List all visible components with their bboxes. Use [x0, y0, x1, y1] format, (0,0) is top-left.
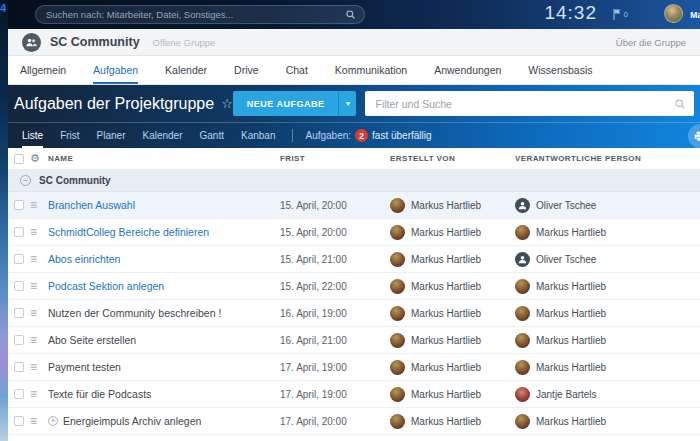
- tab-wissensbasis[interactable]: Wissensbasis: [528, 56, 592, 84]
- task-name-link[interactable]: +Texte für die Podcasts: [48, 388, 280, 400]
- tab-drive[interactable]: Drive: [234, 56, 259, 84]
- drag-handle-icon[interactable]: ≡: [30, 388, 48, 400]
- filter-search[interactable]: [365, 91, 694, 116]
- task-name-link[interactable]: +Abos einrichten: [48, 253, 280, 265]
- tab-aufgaben[interactable]: Aufgaben: [93, 56, 138, 84]
- task-creator[interactable]: Markus Hartlieb: [390, 414, 515, 429]
- task-name-link[interactable]: +Energieimpuls Archiv anlegen: [48, 415, 280, 427]
- task-creator[interactable]: Markus Hartlieb: [390, 333, 515, 348]
- col-erstellt-von[interactable]: ERSTELLT VON: [390, 154, 515, 163]
- table-row[interactable]: ≡ +Payment testen 17. April, 19:00 Marku…: [8, 354, 700, 381]
- table-row[interactable]: ≡ +Branchen Auswahl 15. April, 20:00 Mar…: [8, 192, 700, 219]
- table-row[interactable]: ≡ +Abos einrichten 15. April, 21:00 Mark…: [8, 246, 700, 273]
- task-creator[interactable]: Markus Hartlieb: [390, 279, 515, 294]
- view-planer[interactable]: Planer: [97, 123, 126, 148]
- task-due-date: 16. April, 19:00: [280, 308, 390, 319]
- task-assignee[interactable]: Markus Hartlieb: [515, 333, 700, 348]
- assignee-avatar: [515, 225, 530, 240]
- tab-allgemein[interactable]: Allgemein: [20, 56, 66, 84]
- view-kanban[interactable]: Kanban: [241, 123, 275, 148]
- select-all-checkbox[interactable]: [14, 154, 24, 164]
- row-checkbox[interactable]: [14, 308, 24, 318]
- favorite-star-icon[interactable]: ☆: [221, 96, 233, 111]
- task-name-link[interactable]: +SchmidtColleg Bereiche definieren: [48, 226, 280, 238]
- about-group-link[interactable]: Über die Gruppe: [616, 37, 686, 48]
- filter-search-input[interactable]: [375, 98, 674, 110]
- row-checkbox[interactable]: [14, 200, 24, 210]
- new-task-button[interactable]: NEUE AUFGABE: [233, 91, 339, 116]
- view-liste[interactable]: Liste: [22, 123, 43, 148]
- task-creator[interactable]: Markus Hartlieb: [390, 306, 515, 321]
- user-avatar[interactable]: [664, 4, 683, 23]
- table-row[interactable]: ≡ +Texte für die Podcasts 17. April, 19:…: [8, 381, 700, 408]
- table-row[interactable]: ≡ +SchmidtColleg Bereiche definieren 15.…: [8, 219, 700, 246]
- drag-handle-icon[interactable]: ≡: [30, 226, 48, 238]
- task-assignee[interactable]: Markus Hartlieb: [515, 279, 700, 294]
- task-due-date: 15. April, 22:00: [280, 281, 390, 292]
- global-search[interactable]: [35, 5, 365, 24]
- drag-handle-icon[interactable]: ≡: [30, 280, 48, 292]
- drag-handle-icon[interactable]: ≡: [30, 253, 48, 265]
- task-due-date: 17. April, 19:00: [280, 389, 390, 400]
- task-list: ≡ +Branchen Auswahl 15. April, 20:00 Mar…: [8, 192, 700, 441]
- table-row[interactable]: ≡ +Abo Seite erstellen 16. April, 21:00 …: [8, 327, 700, 354]
- row-checkbox[interactable]: [14, 254, 24, 264]
- row-checkbox[interactable]: [14, 389, 24, 399]
- task-name-link[interactable]: +Branchen Auswahl: [48, 199, 280, 211]
- notifications[interactable]: 0: [613, 9, 628, 20]
- task-name-link[interactable]: +Payment testen: [48, 361, 280, 373]
- row-checkbox[interactable]: [14, 335, 24, 345]
- task-assignee[interactable]: Markus Hartlieb: [515, 306, 700, 321]
- view-gantt[interactable]: Gantt: [200, 123, 224, 148]
- task-creator[interactable]: Markus Hartlieb: [390, 387, 515, 402]
- new-task-dropdown[interactable]: ▾: [338, 91, 356, 116]
- task-creator[interactable]: Markus Hartlieb: [390, 225, 515, 240]
- col-name[interactable]: NAME: [48, 154, 280, 163]
- col-frist[interactable]: FRIST: [280, 154, 390, 163]
- task-assignee[interactable]: Jantje Bartels: [515, 387, 700, 402]
- task-assignee[interactable]: Markus Hartlieb: [515, 225, 700, 240]
- task-creator[interactable]: Markus Hartlieb: [390, 360, 515, 375]
- task-name-link[interactable]: +Nutzen der Community beschreiben !: [48, 307, 280, 319]
- task-assignee[interactable]: Markus Hartlieb: [515, 414, 700, 429]
- tab-anwendungen[interactable]: Anwendungen: [434, 56, 501, 84]
- task-assignee[interactable]: Oliver Tschee: [515, 252, 700, 267]
- task-name: Abo Seite erstellen: [48, 334, 136, 346]
- task-assignee[interactable]: Markus Hartlieb: [515, 360, 700, 375]
- task-creator[interactable]: Markus Hartlieb: [390, 198, 515, 213]
- drag-handle-icon[interactable]: ≡: [30, 307, 48, 319]
- row-checkbox[interactable]: [14, 227, 24, 237]
- assignee-name: Markus Hartlieb: [536, 308, 606, 319]
- print-button[interactable]: [688, 124, 700, 148]
- table-row[interactable]: ≡ +Energieimpuls Archiv anlegen 17. Apri…: [8, 408, 700, 435]
- collapse-icon[interactable]: −: [20, 175, 31, 186]
- table-row[interactable]: ≡ +Startseite Community designen 17. Apr…: [8, 435, 700, 441]
- tab-kommunikation[interactable]: Kommunikation: [335, 56, 407, 84]
- row-checkbox[interactable]: [14, 281, 24, 291]
- table-row[interactable]: ≡ +Podcast Sektion anlegen 15. April, 22…: [8, 273, 700, 300]
- tab-kalender[interactable]: Kalender: [165, 56, 207, 84]
- creator-name: Markus Hartlieb: [411, 281, 481, 292]
- gear-icon[interactable]: ⚙: [30, 153, 48, 164]
- view-frist[interactable]: Frist: [60, 123, 79, 148]
- drag-handle-icon[interactable]: ≡: [30, 415, 48, 427]
- group-section-row[interactable]: − SC Community: [8, 170, 700, 192]
- row-checkbox[interactable]: [14, 416, 24, 426]
- global-search-input[interactable]: [46, 9, 345, 20]
- task-name-link[interactable]: +Abo Seite erstellen: [48, 334, 280, 346]
- view-kalender[interactable]: Kalender: [142, 123, 182, 148]
- tab-chat[interactable]: Chat: [286, 56, 308, 84]
- group-title[interactable]: SC Community: [50, 35, 140, 49]
- drag-handle-icon[interactable]: ≡: [30, 334, 48, 346]
- row-checkbox[interactable]: [14, 362, 24, 372]
- expand-icon[interactable]: +: [48, 416, 58, 426]
- overdue-badge: 2: [355, 129, 368, 142]
- task-creator[interactable]: Markus Hartlieb: [390, 252, 515, 267]
- drag-handle-icon[interactable]: ≡: [30, 199, 48, 211]
- drag-handle-icon[interactable]: ≡: [30, 361, 48, 373]
- col-verantwortliche-person[interactable]: VERANTWORTLICHE PERSON: [515, 154, 700, 163]
- assignee-name: Markus Hartlieb: [536, 362, 606, 373]
- table-row[interactable]: ≡ +Nutzen der Community beschreiben ! 16…: [8, 300, 700, 327]
- task-name-link[interactable]: +Podcast Sektion anlegen: [48, 280, 280, 292]
- task-assignee[interactable]: Oliver Tschee: [515, 198, 700, 213]
